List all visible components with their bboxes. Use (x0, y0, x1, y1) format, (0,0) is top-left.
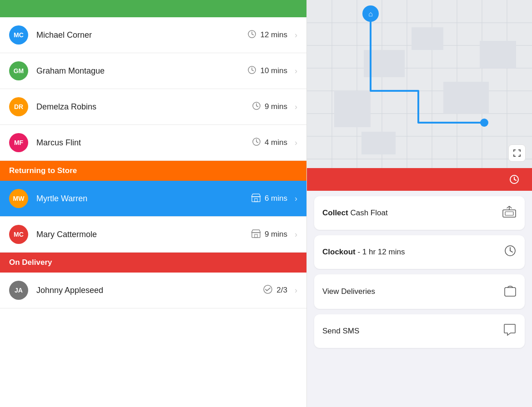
chevron-right-icon: › (295, 138, 297, 148)
action-card-1[interactable]: Clockout - 1 hr 12 mins (314, 235, 525, 269)
svg-line-8 (256, 106, 258, 107)
svg-rect-19 (307, 0, 532, 168)
svg-point-43 (480, 119, 488, 127)
driver-name: Demelza Robins (36, 102, 252, 112)
svg-rect-13 (255, 199, 257, 202)
svg-rect-45 (513, 149, 514, 152)
avatar: MC (9, 25, 28, 45)
driver-name: Michael Corner (36, 30, 247, 40)
store-icon (251, 193, 261, 204)
chevron-right-icon: › (295, 230, 297, 239)
driver-row[interactable]: GMGraham Montague 10 mins› (0, 53, 306, 89)
svg-rect-15 (252, 233, 260, 238)
svg-rect-47 (520, 149, 521, 152)
svg-rect-49 (513, 154, 514, 157)
chevron-right-icon: › (295, 194, 297, 204)
svg-line-5 (252, 70, 254, 71)
section-header: On Delivery (0, 253, 306, 273)
chevron-right-icon: › (295, 30, 297, 40)
right-panel: ⌂ Collect (307, 0, 532, 407)
driver-time-wrap: 12 mins (247, 30, 287, 41)
driver-time: 9 mins (265, 102, 287, 111)
svg-rect-61 (505, 288, 516, 296)
driver-time-wrap: 10 mins (247, 65, 287, 77)
avatar: MF (9, 133, 28, 152)
avatar: DR (9, 97, 28, 116)
cash-float-icon (502, 205, 517, 221)
action-card-2[interactable]: View Deliveries (314, 274, 525, 309)
svg-line-2 (252, 34, 254, 35)
clockout-icon (504, 244, 517, 260)
driver-time: 4 mins (265, 138, 287, 147)
driver-time: 2/3 (276, 286, 287, 295)
driver-name: Myrtle Warren (36, 194, 251, 204)
svg-rect-16 (255, 234, 257, 238)
returning-store-time-wrap (509, 174, 523, 184)
clock-icon-banner (509, 174, 519, 184)
driver-row[interactable]: MCMichael Corner 12 mins› (0, 17, 306, 53)
deliveries-icon (504, 283, 517, 300)
svg-rect-38 (443, 82, 489, 114)
driver-time-wrap: 9 mins (251, 229, 287, 240)
driver-row[interactable]: MWMyrtle Warren 6 mins› (0, 181, 306, 217)
svg-rect-39 (361, 132, 396, 154)
chevron-right-icon: › (295, 66, 297, 76)
action-card-0[interactable]: Collect Cash Float (314, 196, 525, 230)
store-icon (251, 229, 261, 240)
left-panel: MCMichael Corner 12 mins›GMGraham Montag… (0, 0, 307, 407)
action-card-label: Clockout - 1 hr 12 mins (322, 248, 405, 257)
svg-rect-36 (412, 27, 443, 50)
svg-rect-37 (334, 91, 371, 127)
driver-list: MCMichael Corner 12 mins›GMGraham Montag… (0, 17, 306, 407)
avatar: JA (9, 281, 28, 300)
action-card-label: Collect Cash Float (322, 208, 388, 218)
chevron-right-icon: › (295, 102, 297, 112)
avatar: MW (9, 189, 28, 208)
svg-rect-12 (252, 197, 260, 202)
action-card-label: Send SMS (322, 327, 359, 336)
driver-time-wrap: 9 mins (252, 101, 287, 113)
returning-store-banner (307, 168, 532, 191)
driver-time-wrap: 4 mins (252, 137, 287, 149)
svg-text:⌂: ⌂ (368, 10, 373, 18)
driver-name: Marcus Flint (36, 138, 252, 148)
avatar: MC (9, 225, 28, 244)
svg-line-54 (514, 179, 516, 180)
driver-time-wrap: 6 mins (251, 193, 287, 204)
sms-icon (503, 323, 517, 339)
clock-icon (247, 65, 256, 77)
avatar: GM (9, 61, 28, 80)
svg-rect-55 (503, 210, 516, 217)
svg-point-18 (264, 285, 272, 293)
map-area: ⌂ (307, 0, 532, 168)
section-header: Returning to Store (0, 161, 306, 181)
driver-row[interactable]: MCMary Cattermole 9 mins› (0, 217, 306, 253)
driver-row[interactable]: DRDemelza Robins 9 mins› (0, 89, 306, 125)
green-bar (0, 0, 306, 17)
driver-time-wrap: 2/3 (263, 284, 287, 297)
action-card-3[interactable]: Send SMS (314, 314, 525, 348)
svg-rect-51 (520, 154, 521, 157)
expand-map-button[interactable] (508, 144, 526, 162)
driver-time: 12 mins (260, 30, 287, 40)
svg-rect-40 (480, 41, 516, 68)
action-card-label: View Deliveries (322, 287, 375, 296)
clock-icon (247, 30, 256, 41)
svg-line-60 (510, 251, 512, 252)
driver-row[interactable]: JAJohnny Appleseed 2/3› (0, 273, 306, 308)
check-icon (263, 284, 273, 297)
action-list: Collect Cash Float Clockout - 1 hr 12 mi… (307, 191, 532, 407)
driver-time: 10 mins (260, 66, 287, 75)
driver-time: 6 mins (265, 194, 287, 203)
driver-name: Graham Montague (36, 66, 247, 76)
driver-time: 9 mins (265, 230, 287, 239)
driver-name: Mary Cattermole (36, 230, 251, 239)
clock-icon (252, 137, 261, 149)
driver-row[interactable]: MFMarcus Flint 4 mins› (0, 125, 306, 161)
chevron-right-icon: › (295, 286, 297, 295)
svg-rect-56 (505, 212, 513, 215)
svg-line-11 (256, 142, 258, 143)
driver-name: Johnny Appleseed (36, 286, 263, 295)
clock-icon (252, 101, 261, 113)
